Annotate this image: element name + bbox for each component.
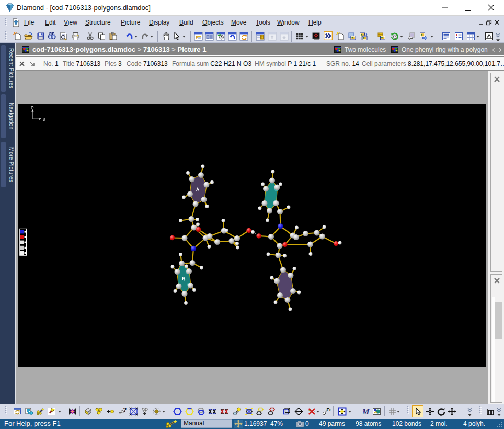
svg-text:Fe: Fe xyxy=(327,407,331,412)
svg-text:?: ? xyxy=(123,407,127,413)
svg-text:M: M xyxy=(362,408,370,416)
